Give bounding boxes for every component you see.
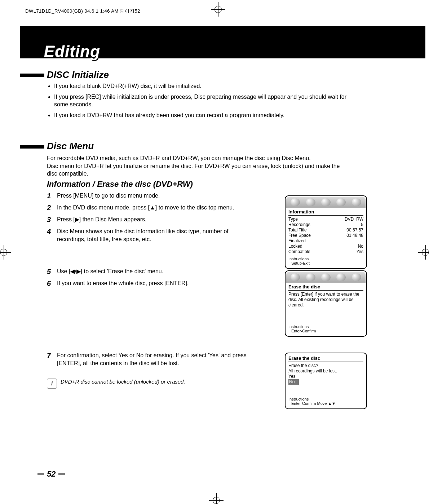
osd-row: LockedNo xyxy=(288,244,363,249)
osd-title: Erase the disc xyxy=(288,284,363,291)
step-text: Disc Menu shows you the disc information… xyxy=(57,227,249,243)
osd-instructions-label: Instructions xyxy=(288,257,363,261)
osd-instructions: Enter-Confirm Move ▲▼ xyxy=(288,401,363,406)
list-item: If you press [REC] while initialization … xyxy=(54,93,350,109)
osd-val: 01:48:48 xyxy=(346,233,363,238)
step: 7For confirmation, select Yes or No for … xyxy=(47,352,249,367)
osd-key: Compatible xyxy=(288,249,310,255)
steps-group-c: 7For confirmation, select Yes or No for … xyxy=(47,352,249,371)
step-number: 3 xyxy=(47,216,57,224)
step-number: 2 xyxy=(47,204,57,212)
section-heading-disc-menu: Disc Menu xyxy=(47,141,94,152)
list-item: If you load a DVD+RW that has already be… xyxy=(54,111,350,119)
osd-tab-icons xyxy=(286,197,366,208)
step: 1Press [MENU] to go to disc menu mode. xyxy=(47,192,249,200)
step: 2In the DVD disc menu mode, press [▲] to… xyxy=(47,204,249,212)
section-heading-disc-initialize: DISC Initialize xyxy=(47,69,109,80)
registration-mark-icon xyxy=(209,493,224,504)
osd-option-no-label: No xyxy=(288,379,299,385)
osd-information-panel: Information TypeDVD+RW Recordings5 Total… xyxy=(285,195,367,269)
osd-confirm-panel: Erase the disc Erase the disc? All recor… xyxy=(285,353,367,409)
osd-val: 5 xyxy=(361,222,363,227)
step-number: 1 xyxy=(47,192,57,200)
steps-group-b: 5Use [◀/▶] to select 'Erase the disc' me… xyxy=(47,268,249,291)
osd-row: CompatibleYes xyxy=(288,249,363,255)
osd-body-text: Press [Enter] if you want to erase the d… xyxy=(288,292,363,308)
step-number: 4 xyxy=(47,227,57,236)
osd-erase-panel: Erase the disc Press [Enter] if you want… xyxy=(285,270,367,337)
registration-mark-icon xyxy=(418,245,429,260)
note: i DVD+R disc cannot be locked (unlocked)… xyxy=(47,379,185,389)
osd-key: Locked xyxy=(288,244,302,249)
registration-mark-icon xyxy=(0,245,11,260)
disc-init-bullets: If you load a blank DVD+R(+RW) disc, it … xyxy=(54,82,350,122)
osd-row: Recordings5 xyxy=(288,222,363,227)
osd-instructions: Enter-Confirm xyxy=(288,329,363,333)
list-item: If you load a blank DVD+R(+RW) disc, it … xyxy=(54,82,350,90)
page-ornament xyxy=(58,473,65,475)
heading-bar xyxy=(20,74,44,77)
osd-row: Finalized- xyxy=(288,238,363,244)
step-text: Press [MENU] to go to disc menu mode. xyxy=(57,192,160,200)
osd-line: All recordings will be lost. xyxy=(288,368,363,374)
osd-val: No xyxy=(358,244,363,249)
osd-title: Information xyxy=(288,209,363,216)
step-number: 7 xyxy=(47,352,57,360)
steps-group-a: 1Press [MENU] to go to disc menu mode. 2… xyxy=(47,192,249,247)
osd-instructions-label: Instructions xyxy=(288,324,363,329)
osd-option-yes: Yes xyxy=(288,374,363,379)
osd-row: TypeDVD+RW xyxy=(288,217,363,222)
osd-title: Erase the disc xyxy=(288,355,363,362)
disc-menu-intro: For recordable DVD media, such as DVD+R … xyxy=(47,154,350,178)
step-text: Use [◀/▶] to select 'Erase the disc' men… xyxy=(57,268,163,275)
chapter-title: Editing xyxy=(44,43,100,61)
osd-tab-icons xyxy=(286,272,366,283)
step-number: 6 xyxy=(47,279,57,288)
osd-row: Total Title00:57:57 xyxy=(288,227,363,233)
step-text: If you want to erase the whole disc, pre… xyxy=(57,279,189,287)
osd-key: Type xyxy=(288,217,298,222)
note-text: DVD+R disc cannot be locked (unlocked) o… xyxy=(61,379,185,385)
registration-mark-icon xyxy=(211,2,225,17)
step: 3Press [▶] then Disc Menu appears. xyxy=(47,216,249,224)
osd-key: Total Title xyxy=(288,227,307,233)
osd-instructions-label: Instructions xyxy=(288,397,363,401)
header-rule xyxy=(22,14,238,14)
osd-key: Free Space xyxy=(288,233,311,238)
osd-val: - xyxy=(362,238,363,244)
osd-option-no-selected: No xyxy=(288,379,363,385)
step-text: Press [▶] then Disc Menu appears. xyxy=(57,216,147,224)
step-text: In the DVD disc menu mode, press [▲] to … xyxy=(57,204,234,212)
osd-key: Recordings xyxy=(288,222,310,227)
osd-val: 00:57:57 xyxy=(346,227,363,233)
step-text: For confirmation, select Yes or No for e… xyxy=(57,352,249,367)
osd-val: DVD+RW xyxy=(345,217,363,222)
heading-bar xyxy=(20,145,44,149)
osd-line: Erase the disc? xyxy=(288,363,363,368)
osd-instructions: Setup-Exit xyxy=(288,261,363,265)
step: 4Disc Menu shows you the disc informatio… xyxy=(47,227,249,243)
osd-key: Finalized xyxy=(288,238,306,244)
subheading-info-erase: Information / Erase the disc (DVD+RW) xyxy=(47,180,193,189)
osd-row: Free Space01:48:48 xyxy=(288,233,363,238)
info-icon: i xyxy=(47,379,57,389)
step: 5Use [◀/▶] to select 'Erase the disc' me… xyxy=(47,268,249,276)
step: 6If you want to erase the whole disc, pr… xyxy=(47,279,249,288)
page-number: 52 xyxy=(47,469,56,479)
osd-val: Yes xyxy=(356,249,363,255)
step-number: 5 xyxy=(47,268,57,276)
page-ornament xyxy=(37,473,44,475)
